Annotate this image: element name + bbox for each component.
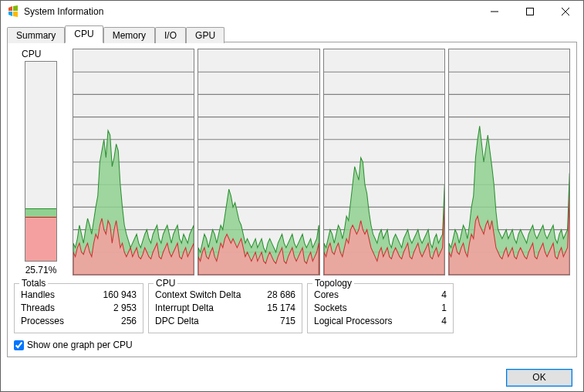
tab-gpu[interactable]: GPU [186, 27, 224, 43]
tab-panel-cpu: CPU 25.71% Totals Handles16 [7, 42, 577, 357]
show-per-cpu-checkbox[interactable] [14, 340, 24, 350]
window: System Information Summary CPU Memory I/… [0, 0, 584, 392]
cpu-graph-0 [73, 49, 194, 275]
close-icon [562, 8, 569, 15]
cpu-graph-1 [197, 49, 319, 275]
tab-io[interactable]: I/O [155, 27, 186, 43]
svg-rect-1 [527, 8, 534, 15]
cpu-graphs [73, 49, 570, 275]
legend-totals: Totals [19, 278, 48, 289]
fieldset-topology: Topology Cores4 Sockets1 Logical Process… [307, 283, 454, 333]
show-per-cpu-checkbox-row[interactable]: Show one graph per CPU [14, 340, 570, 350]
cpu-usage-bar [25, 61, 57, 262]
int-label: Interrupt Delta [155, 302, 214, 315]
dpc-label: DPC Delta [155, 315, 199, 328]
ok-button[interactable]: OK [506, 369, 572, 387]
handles-value: 160 943 [103, 289, 137, 302]
fieldset-totals: Totals Handles160 943 Threads2 953 Proce… [14, 283, 143, 333]
processes-value: 256 [121, 315, 137, 328]
fieldset-cpu: CPU Context Switch Delta28 686 Interrupt… [148, 283, 302, 333]
cores-value: 4 [441, 289, 447, 302]
legend-topology: Topology [312, 278, 354, 289]
minimize-button[interactable] [477, 1, 512, 22]
cpu-graph-2 [323, 49, 445, 275]
cpu-bar-kernel-fill [25, 217, 56, 261]
sockets-value: 1 [441, 302, 447, 315]
content: Summary CPU Memory I/O GPU CPU 25.71% [1, 22, 583, 363]
window-controls [477, 1, 583, 22]
close-button[interactable] [548, 1, 583, 22]
titlebar[interactable]: System Information [1, 1, 583, 22]
sockets-label: Sockets [314, 302, 347, 315]
lp-value: 4 [441, 315, 447, 328]
csd-label: Context Switch Delta [155, 289, 241, 302]
show-per-cpu-label: Show one graph per CPU [27, 340, 133, 350]
tab-summary[interactable]: Summary [7, 27, 65, 43]
cpu-bar-user-fill [25, 208, 56, 216]
threads-label: Threads [21, 302, 55, 315]
app-icon [7, 5, 19, 18]
maximize-button[interactable] [512, 1, 548, 22]
int-value: 15 174 [267, 302, 295, 315]
footer: OK [1, 363, 583, 391]
tab-memory[interactable]: Memory [103, 27, 155, 43]
csd-value: 28 686 [267, 289, 295, 302]
legend-cpu: CPU [154, 278, 177, 289]
cores-label: Cores [314, 289, 339, 302]
minimize-icon [491, 8, 498, 15]
lp-label: Logical Processors [314, 315, 392, 328]
tab-cpu[interactable]: CPU [65, 25, 103, 43]
dpc-value: 715 [280, 315, 295, 328]
window-title: System Information [24, 6, 477, 17]
handles-label: Handles [21, 289, 55, 302]
cpu-bar-column: CPU 25.71% [14, 49, 68, 275]
maximize-icon [526, 8, 534, 15]
cpu-bar-label: CPU [22, 49, 41, 59]
cpu-row: CPU 25.71% [14, 49, 570, 275]
cpu-percent-label: 25.71% [25, 265, 57, 275]
threads-value: 2 953 [113, 302, 137, 315]
processes-label: Processes [21, 315, 64, 328]
tab-bar: Summary CPU Memory I/O GPU [7, 25, 577, 42]
cpu-graph-3 [448, 49, 570, 275]
stats-row: Totals Handles160 943 Threads2 953 Proce… [14, 279, 570, 333]
